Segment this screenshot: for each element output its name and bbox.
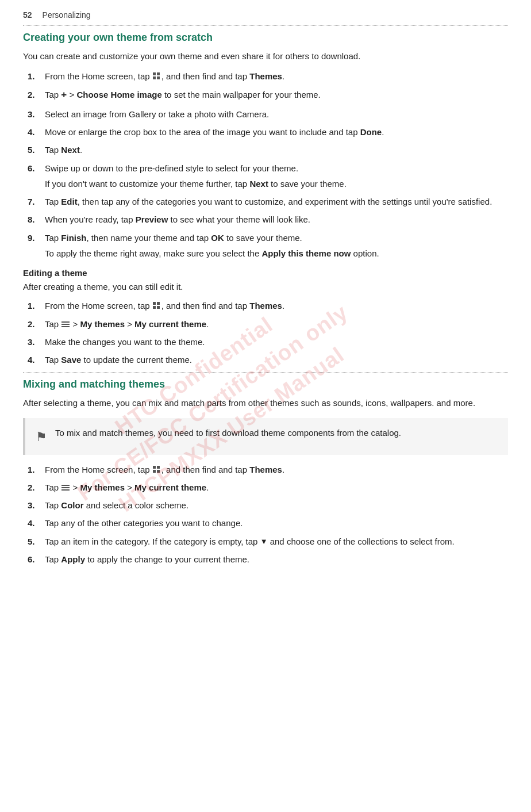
step-5: 5. Tap Next.	[23, 143, 508, 156]
step-content-6: Swipe up or down to the pre-defined styl…	[45, 162, 508, 191]
step-9: 9. Tap Finish, then name your theme and …	[23, 231, 508, 261]
grid-icon-edit-1	[152, 301, 161, 311]
edit-step-content-1: From the Home screen, tap , and then fin…	[45, 299, 508, 312]
svg-rect-2	[153, 76, 156, 79]
svg-rect-14	[157, 470, 160, 473]
step-num-2: 2.	[23, 88, 45, 101]
page-container: HTC ConfidentialFor CE/FCC Certification…	[0, 0, 531, 812]
edit-step-1: 1. From the Home screen, tap , and then …	[23, 299, 508, 312]
mix-step-content-2: Tap > My themes > My current theme.	[45, 481, 508, 494]
edit-step-content-4: Tap Save to update the current theme.	[45, 353, 508, 366]
svg-rect-13	[153, 470, 156, 473]
svg-rect-17	[61, 489, 70, 491]
note-text: To mix and match themes, you need to fir…	[55, 426, 401, 439]
mix-step-num-4: 4.	[23, 516, 45, 530]
step-content-8: When you're ready, tap Preview to see wh…	[45, 213, 508, 226]
edit-step-2: 2. Tap > My themes > My current theme.	[23, 317, 508, 331]
mixing-theme-steps: 1. From the Home screen, tap , and then …	[23, 463, 508, 566]
mix-step-content-5: Tap an item in the category. If the cate…	[45, 535, 508, 548]
mix-step-content-4: Tap any of the other categories you want…	[45, 516, 508, 530]
step-1: 1. From the Home screen, tap , and then …	[23, 70, 508, 83]
mix-step-6: 6. Tap Apply to apply the change to your…	[23, 553, 508, 566]
mix-step-4: 4. Tap any of the other categories you w…	[23, 516, 508, 530]
step-6-subpara: If you don't want to customize your them…	[45, 177, 508, 190]
mix-step-num-5: 5.	[23, 535, 45, 548]
creating-theme-steps: 1. From the Home screen, tap , and then …	[23, 70, 508, 260]
mixing-theme-intro: After selecting a theme, you can mix and…	[23, 396, 508, 409]
grid-icon-mix-1	[152, 465, 161, 474]
step-num-9: 9.	[23, 231, 45, 244]
edit-step-content-3: Make the changes you want to the theme.	[45, 335, 508, 348]
dropdown-icon-5: ▼	[260, 536, 268, 547]
note-flag-icon: ⚑	[36, 427, 47, 447]
mixing-theme-title: Mixing and matching themes	[23, 378, 508, 390]
step-9-subpara: To apply the theme right away, make sure…	[45, 247, 508, 260]
plus-icon-2: +	[61, 87, 67, 102]
step-4: 4. Move or enlarge the crop box to the a…	[23, 125, 508, 139]
edit-step-content-2: Tap > My themes > My current theme.	[45, 317, 508, 331]
mix-step-content-1: From the Home screen, tap , and then fin…	[45, 463, 508, 476]
mix-step-2: 2. Tap > My themes > My current theme.	[23, 481, 508, 494]
svg-rect-3	[157, 76, 160, 79]
step-content-3: Select an image from Gallery or take a p…	[45, 108, 508, 121]
menu-icon-edit-2	[61, 320, 70, 329]
page-number: 52	[23, 10, 32, 20]
mix-step-content-3: Tap Color and select a color scheme.	[45, 499, 508, 512]
svg-rect-1	[157, 72, 160, 75]
menu-icon-mix-2	[61, 483, 70, 492]
edit-step-4: 4. Tap Save to update the current theme.	[23, 353, 508, 366]
mix-step-num-1: 1.	[23, 463, 45, 476]
svg-rect-8	[61, 321, 70, 323]
step-content-5: Tap Next.	[45, 143, 508, 156]
step-num-7: 7.	[23, 195, 45, 208]
svg-rect-10	[61, 326, 70, 327]
edit-step-num-1: 1.	[23, 299, 45, 312]
step-num-4: 4.	[23, 125, 45, 139]
mix-step-num-2: 2.	[23, 481, 45, 494]
section-intro-creating: You can create and customize your own th…	[23, 49, 508, 63]
step-num-1: 1.	[23, 70, 45, 83]
step-7: 7. Tap Edit, then tap any of the categor…	[23, 195, 508, 208]
section-editing-theme: Editing a theme After creating a theme, …	[23, 268, 508, 366]
svg-rect-9	[61, 324, 70, 325]
step-3: 3. Select an image from Gallery or take …	[23, 108, 508, 121]
svg-rect-5	[157, 302, 160, 305]
step-content-2: Tap + > Choose Home image to set the mai…	[45, 88, 508, 103]
step-content-4: Move or enlarge the crop box to the area…	[45, 125, 508, 139]
step-6: 6. Swipe up or down to the pre-defined s…	[23, 162, 508, 191]
step-num-8: 8.	[23, 213, 45, 226]
edit-step-3: 3. Make the changes you want to the them…	[23, 335, 508, 348]
step-2: 2. Tap + > Choose Home image to set the …	[23, 88, 508, 103]
svg-rect-15	[61, 485, 70, 486]
step-num-5: 5.	[23, 143, 45, 156]
grid-icon-1	[152, 72, 161, 81]
mix-step-num-6: 6.	[23, 553, 45, 566]
svg-rect-16	[61, 487, 70, 488]
mix-step-content-6: Tap Apply to apply the change to your cu…	[45, 553, 508, 566]
section-creating-theme: Creating your own theme from scratch You…	[23, 32, 508, 260]
middle-divider	[23, 372, 508, 373]
svg-rect-0	[153, 72, 156, 75]
note-box: ⚑ To mix and match themes, you need to f…	[23, 418, 508, 455]
svg-rect-7	[157, 306, 160, 309]
mix-step-1: 1. From the Home screen, tap , and then …	[23, 463, 508, 476]
step-8: 8. When you're ready, tap Preview to see…	[23, 213, 508, 226]
svg-rect-6	[153, 306, 156, 309]
page-chapter: Personalizing	[43, 10, 91, 20]
mix-step-3: 3. Tap Color and select a color scheme.	[23, 499, 508, 512]
step-num-6: 6.	[23, 162, 45, 175]
edit-step-num-4: 4.	[23, 353, 45, 366]
editing-theme-title: Editing a theme	[23, 268, 508, 278]
step-num-3: 3.	[23, 108, 45, 121]
page-header: 52 Personalizing	[23, 10, 508, 20]
edit-step-num-3: 3.	[23, 335, 45, 348]
editing-theme-steps: 1. From the Home screen, tap , and then …	[23, 299, 508, 366]
svg-rect-4	[153, 302, 156, 305]
svg-rect-11	[153, 466, 156, 469]
step-content-7: Tap Edit, then tap any of the categories…	[45, 195, 508, 208]
svg-rect-12	[157, 466, 160, 469]
section-title-creating: Creating your own theme from scratch	[23, 32, 508, 44]
section-mixing-themes: Mixing and matching themes After selecti…	[23, 378, 508, 566]
step-content-9: Tap Finish, then name your theme and tap…	[45, 231, 508, 261]
editing-theme-intro: After creating a theme, you can still ed…	[23, 280, 508, 293]
